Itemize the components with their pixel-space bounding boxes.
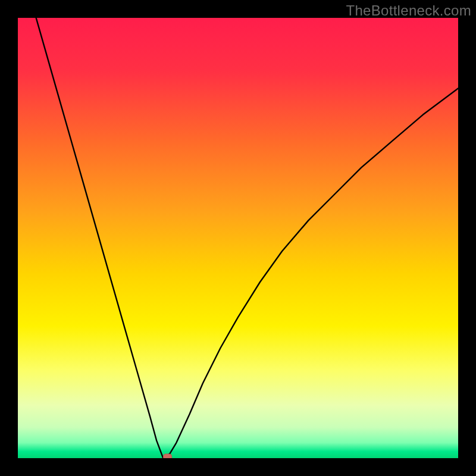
gradient-background: [18, 18, 458, 458]
chart-svg: [18, 18, 458, 458]
watermark-text: TheBottleneck.com: [346, 2, 471, 19]
plot-area: [18, 18, 458, 458]
optimal-point-marker: [164, 454, 172, 458]
chart-frame: TheBottleneck.com: [0, 0, 476, 476]
